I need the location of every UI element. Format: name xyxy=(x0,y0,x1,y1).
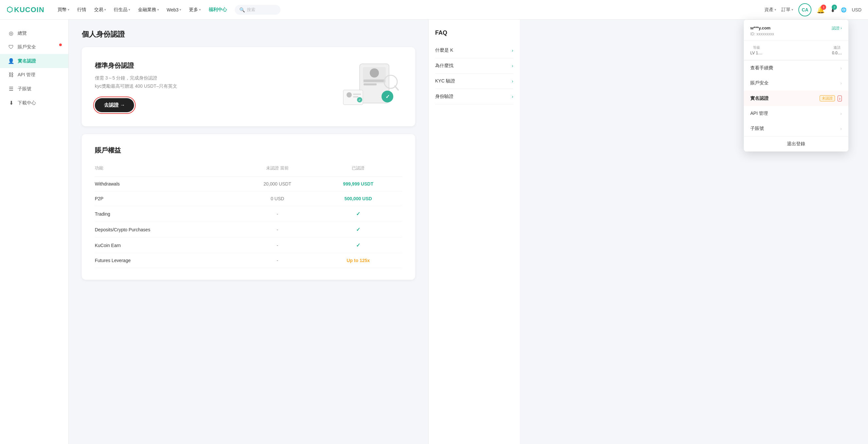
go-verify-button[interactable]: 去認證 → xyxy=(95,98,134,112)
unverified-cell: - xyxy=(241,222,318,238)
orders-link[interactable]: 訂單 ▾ xyxy=(781,7,793,13)
main-content: 個人身份認證 標準身份認證 僅需 3～5 分鐘，完成身份認證 kyc獎勵最高可贈… xyxy=(69,20,428,444)
download-button[interactable]: ⬇ 2 xyxy=(830,6,836,14)
verified-cell: ✓ xyxy=(318,222,402,238)
chevron-down-icon: ▾ xyxy=(775,8,776,11)
logo[interactable]: ⬡ KUCOIN xyxy=(6,5,44,14)
sidebar-item-security[interactable]: 🛡 賬戶安全 xyxy=(0,40,68,54)
chevron-right-icon: › xyxy=(840,111,842,116)
faq-item-0[interactable]: 什麼是 K › xyxy=(435,43,513,58)
chevron-right-icon: › xyxy=(512,79,513,84)
feature-cell: KuCoin Earn xyxy=(95,238,241,253)
table-row: Withdrawals20,000 USDT999,999 USDT xyxy=(95,177,402,191)
nav-market[interactable]: 行情 xyxy=(74,5,90,15)
chevron-right-icon: › xyxy=(840,126,842,131)
nav-finance[interactable]: 金融業務 ▾ xyxy=(135,5,162,15)
chevron-down-icon: ▾ xyxy=(157,8,159,11)
svg-point-2 xyxy=(370,68,379,78)
faq-item-label: 什麼是 K xyxy=(435,48,453,53)
chevron-down-icon: ▾ xyxy=(128,8,130,11)
feature-cell: Trading xyxy=(95,206,241,222)
svg-text:✓: ✓ xyxy=(385,94,390,99)
svg-text:✓: ✓ xyxy=(358,98,361,102)
avatar-button[interactable]: CA xyxy=(798,3,811,17)
menu-item-fees[interactable]: 查看手續費 › xyxy=(744,61,848,76)
menu-item-subaccount[interactable]: 子賬號 › xyxy=(744,121,848,136)
menu-item-security-right: › xyxy=(840,81,842,86)
nav-buy[interactable]: 買幣 ▾ xyxy=(54,5,72,15)
benefits-card: 賬戶權益 功能 未認證 當前 已認證 Withdrawals20,000 USD… xyxy=(82,134,415,280)
table-row: Futures Leverage-Up to 125x xyxy=(95,253,402,268)
assets-link[interactable]: 資產 ▾ xyxy=(764,7,776,13)
svg-rect-11 xyxy=(353,94,361,95)
kyc-card-title: 標準身份認證 xyxy=(95,61,337,70)
chevron-right-icon: › xyxy=(838,95,842,101)
main-layout: ◎ 總覽 🛡 賬戶安全 👤 實名認證 ⛓ API 管理 ☰ 子賬號 ⬇ 下載中心… xyxy=(0,20,868,444)
logout-button[interactable]: 退出登錄 xyxy=(744,137,848,151)
verified-cell: ✓ xyxy=(318,238,402,253)
chevron-down-icon: ▾ xyxy=(68,8,69,11)
chevron-right-icon: › xyxy=(512,48,513,53)
nav-web3[interactable]: Web3 ▾ xyxy=(163,5,184,14)
benefits-title: 賬戶權益 xyxy=(95,146,402,155)
person-icon: 👤 xyxy=(8,58,14,64)
dropdown-user-info: w***y.com ID: xxxxxxxxx xyxy=(750,26,774,36)
faq-item-label: KYC 驗證 xyxy=(435,78,455,84)
nav-trade[interactable]: 交易 ▾ xyxy=(91,5,109,15)
sidebar-item-subaccount[interactable]: ☰ 子賬號 xyxy=(0,82,68,96)
svg-line-8 xyxy=(395,86,398,90)
logo-icon: ⬡ xyxy=(6,5,13,14)
notifications-button[interactable]: 🔔 1 xyxy=(817,6,825,14)
user-uid: ID: xxxxxxxxx xyxy=(750,32,774,36)
menu-item-api-right: › xyxy=(840,111,842,116)
user-dropdown-panel: w***y.com ID: xxxxxxxxx 認證 › 等級 LV 1....… xyxy=(744,20,848,151)
kyc-card-desc1: 僅需 3～5 分鐘，完成身份認證 xyxy=(95,74,337,82)
currency-selector[interactable]: USD xyxy=(851,7,862,12)
menu-item-fees-right: › xyxy=(840,65,842,71)
user-email: w***y.com xyxy=(750,26,774,30)
chevron-down-icon: ▾ xyxy=(104,8,106,11)
unverified-badge: 未認證 xyxy=(819,95,835,101)
sidebar-item-download[interactable]: ⬇ 下載中心 xyxy=(0,96,68,110)
nav-links: 買幣 ▾ 行情 交易 ▾ 衍生品 ▾ 金融業務 ▾ Web3 ▾ 更多 ▾ 福利… xyxy=(54,5,765,15)
sidebar-item-overview[interactable]: ◎ 總覽 xyxy=(0,26,68,40)
search-bar[interactable]: 🔍 搜索 xyxy=(235,5,280,15)
feature-cell: Deposits/Crypto Purchases xyxy=(95,222,241,238)
subaccount-icon: ☰ xyxy=(8,86,14,92)
unverified-cell: - xyxy=(241,206,318,222)
nav-more[interactable]: 更多 ▾ xyxy=(186,5,204,15)
sidebar-item-kyc[interactable]: 👤 實名認證 xyxy=(0,54,68,68)
language-button[interactable]: 🌐 xyxy=(841,7,846,12)
faq-item-1[interactable]: 為什麼找 › xyxy=(435,58,513,73)
shield-icon: 🛡 xyxy=(8,44,14,50)
kyc-card-content: 標準身份認證 僅需 3～5 分鐘，完成身份認證 kyc獎勵最高可贈送 400 U… xyxy=(95,61,337,112)
chevron-right-icon: › xyxy=(512,94,513,99)
notification-badge: 1 xyxy=(821,5,826,10)
dropdown-top-row: w***y.com ID: xxxxxxxxx 認證 › xyxy=(750,26,842,36)
nav-welfare[interactable]: 福利中心 xyxy=(205,5,230,15)
faq-item-2[interactable]: KYC 驗證 › xyxy=(435,73,513,89)
stat-level-value: LV 1.... xyxy=(750,51,763,55)
menu-item-security[interactable]: 賬戶安全 › xyxy=(744,76,848,91)
stat-invite-value: 0.0.... xyxy=(832,51,842,55)
verified-cell: 500,000 USD xyxy=(318,191,402,206)
verify-link[interactable]: 認證 › xyxy=(832,26,842,31)
nav-right: 資產 ▾ 訂單 ▾ CA 🔔 1 ⬇ 2 🌐 USD xyxy=(764,3,862,17)
menu-item-kyc[interactable]: 實名認證 未認證 › xyxy=(744,91,848,106)
faq-item-3[interactable]: 身份驗證 › xyxy=(435,89,513,105)
col-verified: 已認證 xyxy=(318,162,402,177)
sidebar-item-api[interactable]: ⛓ API 管理 xyxy=(0,68,68,82)
api-icon: ⛓ xyxy=(8,72,14,78)
faq-panel: FAQ 什麼是 K › 為什麼找 › KYC 驗證 › 身份驗證 › xyxy=(428,20,520,444)
top-navigation: ⬡ KUCOIN 買幣 ▾ 行情 交易 ▾ 衍生品 ▾ 金融業務 ▾ Web3 … xyxy=(0,0,868,20)
menu-item-kyc-right: 未認證 › xyxy=(819,95,842,101)
kyc-card-desc2: kyc獎勵最高可贈送 400 USDT–只有英文 xyxy=(95,82,337,90)
menu-item-api[interactable]: API 管理 › xyxy=(744,106,848,121)
col-unverified: 未認證 當前 xyxy=(241,162,318,177)
chevron-down-icon: ▾ xyxy=(199,8,201,11)
stat-invite: 邀請 0.0.... xyxy=(832,45,842,55)
svg-rect-4 xyxy=(364,83,377,85)
table-row: Deposits/Crypto Purchases-✓ xyxy=(95,222,402,238)
unverified-cell: 0 USD xyxy=(241,191,318,206)
nav-derivatives[interactable]: 衍生品 ▾ xyxy=(111,5,133,15)
